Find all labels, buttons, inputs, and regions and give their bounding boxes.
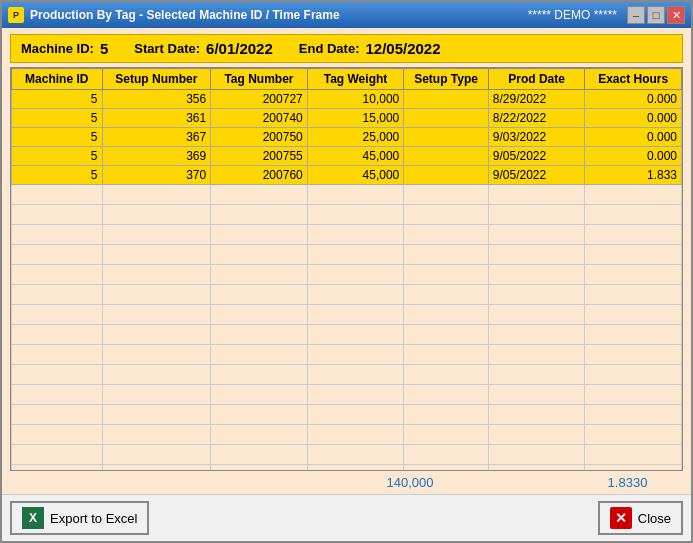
empty-row — [12, 265, 682, 285]
cell-machineId: 5 — [12, 90, 103, 109]
table-row: 536720075025,0009/03/20220.000 — [12, 128, 682, 147]
empty-row — [12, 445, 682, 465]
cell-tagWeight: 25,000 — [307, 128, 404, 147]
cell-prodDate: 9/05/2022 — [488, 166, 585, 185]
empty-row — [12, 365, 682, 385]
empty-row — [12, 465, 682, 472]
cell-setupType — [404, 128, 489, 147]
cell-setupType — [404, 147, 489, 166]
cell-setupNumber: 356 — [102, 90, 211, 109]
empty-row — [12, 185, 682, 205]
table-row: 536920075545,0009/05/20220.000 — [12, 147, 682, 166]
machine-id-value: 5 — [100, 40, 108, 57]
cell-setupNumber: 361 — [102, 109, 211, 128]
empty-row — [12, 245, 682, 265]
col-prod-date: Prod Date — [488, 69, 585, 90]
table-header-row: Machine ID Setup Number Tag Number Tag W… — [12, 69, 682, 90]
demo-label: ***** DEMO ***** — [528, 8, 617, 22]
window-close-button[interactable]: ✕ — [667, 6, 685, 24]
cell-tagWeight: 15,000 — [307, 109, 404, 128]
cell-prodDate: 8/29/2022 — [488, 90, 585, 109]
cell-tagNumber: 200727 — [211, 90, 308, 109]
cell-setupNumber: 370 — [102, 166, 211, 185]
footer-bar: X Export to Excel ✕ Close — [2, 494, 691, 541]
table-row: 537020076045,0009/05/20221.833 — [12, 166, 682, 185]
cell-machineId: 5 — [12, 166, 103, 185]
cell-machineId: 5 — [12, 147, 103, 166]
cell-setupNumber: 369 — [102, 147, 211, 166]
cell-setupType — [404, 166, 489, 185]
cell-tagNumber: 200755 — [211, 147, 308, 166]
minimize-button[interactable]: – — [627, 6, 645, 24]
cell-machineId: 5 — [12, 109, 103, 128]
start-date-value: 6/01/2022 — [206, 40, 273, 57]
maximize-button[interactable]: □ — [647, 6, 665, 24]
col-tag-number: Tag Number — [211, 69, 308, 90]
cell-machineId: 5 — [12, 128, 103, 147]
col-setup-number: Setup Number — [102, 69, 211, 90]
empty-row — [12, 225, 682, 245]
empty-row — [12, 405, 682, 425]
header-bar: Machine ID: 5 Start Date: 6/01/2022 End … — [10, 34, 683, 63]
cell-prodDate: 9/05/2022 — [488, 147, 585, 166]
export-label: Export to Excel — [50, 511, 137, 526]
machine-id-label: Machine ID: — [21, 41, 94, 56]
col-tag-weight: Tag Weight — [307, 69, 404, 90]
total-tag-weight: 140,000 — [240, 475, 580, 490]
empty-row — [12, 345, 682, 365]
main-window: P Production By Tag - Selected Machine I… — [0, 0, 693, 543]
empty-row — [12, 285, 682, 305]
cell-tagWeight: 45,000 — [307, 147, 404, 166]
cell-tagNumber: 200750 — [211, 128, 308, 147]
window-controls: – □ ✕ — [627, 6, 685, 24]
total-exact-hours: 1.8330 — [580, 475, 675, 490]
cell-tagNumber: 200740 — [211, 109, 308, 128]
close-label: Close — [638, 511, 671, 526]
cell-exactHours: 0.000 — [585, 147, 682, 166]
empty-row — [12, 325, 682, 345]
cell-tagNumber: 200760 — [211, 166, 308, 185]
table-row: 536120074015,0008/22/20220.000 — [12, 109, 682, 128]
start-date-label: Start Date: — [134, 41, 200, 56]
export-excel-button[interactable]: X Export to Excel — [10, 501, 149, 535]
window-title: Production By Tag - Selected Machine ID … — [30, 8, 528, 22]
empty-row — [12, 425, 682, 445]
cell-exactHours: 0.000 — [585, 109, 682, 128]
cell-exactHours: 1.833 — [585, 166, 682, 185]
table-row: 535620072710,0008/29/20220.000 — [12, 90, 682, 109]
data-table: Machine ID Setup Number Tag Number Tag W… — [11, 68, 682, 471]
col-machine-id: Machine ID — [12, 69, 103, 90]
empty-row — [12, 385, 682, 405]
app-icon: P — [8, 7, 24, 23]
totals-row: 140,000 1.8330 — [10, 475, 683, 490]
col-setup-type: Setup Type — [404, 69, 489, 90]
cell-prodDate: 8/22/2022 — [488, 109, 585, 128]
cell-setupType — [404, 90, 489, 109]
col-exact-hours: Exact Hours — [585, 69, 682, 90]
cell-tagWeight: 45,000 — [307, 166, 404, 185]
empty-row — [12, 205, 682, 225]
excel-icon: X — [22, 507, 44, 529]
cell-setupType — [404, 109, 489, 128]
table-body: 535620072710,0008/29/20220.0005361200740… — [12, 90, 682, 472]
cell-prodDate: 9/03/2022 — [488, 128, 585, 147]
close-x-icon: ✕ — [610, 507, 632, 529]
cell-setupNumber: 367 — [102, 128, 211, 147]
close-button[interactable]: ✕ Close — [598, 501, 683, 535]
end-date-value: 12/05/2022 — [365, 40, 440, 57]
end-date-label: End Date: — [299, 41, 360, 56]
title-bar: P Production By Tag - Selected Machine I… — [2, 2, 691, 28]
cell-exactHours: 0.000 — [585, 128, 682, 147]
empty-row — [12, 305, 682, 325]
cell-tagWeight: 10,000 — [307, 90, 404, 109]
data-table-container: Machine ID Setup Number Tag Number Tag W… — [10, 67, 683, 471]
cell-exactHours: 0.000 — [585, 90, 682, 109]
